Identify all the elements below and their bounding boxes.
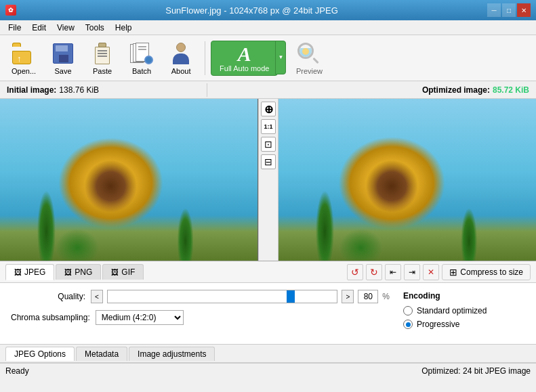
redo-button[interactable]: ↻ bbox=[366, 264, 382, 280]
full-auto-button[interactable]: A Full Auto mode bbox=[211, 41, 278, 76]
quality-thumb[interactable] bbox=[287, 290, 295, 303]
quality-max-button[interactable]: > bbox=[342, 290, 354, 303]
png-tab-label: PNG bbox=[75, 267, 92, 277]
paste-button[interactable]: Paste bbox=[84, 38, 121, 79]
flip-h-icon: ⇤ bbox=[390, 267, 396, 277]
save-button[interactable]: Save bbox=[45, 38, 81, 79]
info-bar: Initial image: 138.76 KiB Optimized imag… bbox=[0, 81, 536, 99]
image-adjustments-tab-label: Image adjustments bbox=[138, 349, 206, 359]
chroma-label: Chroma subsampling: bbox=[11, 313, 90, 322]
zoom-fit-icon: ⊡ bbox=[264, 139, 272, 150]
flip-v-button[interactable]: ⇥ bbox=[404, 264, 420, 280]
jpeg-tab-icon: 🖼 bbox=[14, 268, 22, 276]
menu-view[interactable]: View bbox=[51, 22, 80, 34]
tab-gif[interactable]: 🖼 GIF bbox=[102, 264, 144, 280]
about-icon bbox=[169, 41, 193, 66]
tab-jpeg[interactable]: 🖼 JPEG bbox=[5, 264, 54, 280]
batch-button[interactable]: Batch bbox=[123, 38, 160, 79]
about-label: About bbox=[171, 67, 191, 75]
original-image bbox=[0, 99, 257, 261]
full-auto-group: A Full Auto mode ▼ bbox=[211, 41, 286, 76]
quality-label: Quality: bbox=[11, 292, 85, 301]
encoding-label: Encoding bbox=[403, 291, 525, 301]
full-auto-icon: A bbox=[238, 44, 251, 64]
gif-tab-icon: 🖼 bbox=[111, 268, 119, 276]
toolbar-separator bbox=[205, 41, 205, 75]
standard-radio[interactable] bbox=[403, 306, 413, 315]
toolbar: ↑ Open... Save bbox=[0, 35, 536, 81]
compress-icon: ⊞ bbox=[449, 267, 457, 278]
open-label: Open... bbox=[12, 67, 36, 75]
compress-label: Compress to size bbox=[460, 267, 523, 277]
optimized-size: 85.72 KiB bbox=[493, 85, 529, 95]
tab-jpeg-options[interactable]: JPEG Options bbox=[5, 347, 75, 361]
batch-label: Batch bbox=[132, 67, 151, 75]
zoom-1to1-button[interactable]: 1:1 bbox=[261, 119, 276, 134]
png-tab-icon: 🖼 bbox=[64, 268, 72, 276]
window-controls: ─ □ ✕ bbox=[487, 3, 531, 17]
image-area: ⊕ 1:1 ⊡ ⊟ bbox=[0, 99, 536, 261]
gif-tab-label: GIF bbox=[121, 267, 135, 277]
menu-edit[interactable]: Edit bbox=[26, 22, 51, 34]
tab-image-adjustments[interactable]: Image adjustments bbox=[129, 347, 215, 361]
redo-icon: ↻ bbox=[370, 267, 378, 278]
standard-label: Standard optimized bbox=[417, 306, 487, 315]
options-left-panel: Quality: < > 80 % Chroma subsampling: Me… bbox=[11, 290, 390, 325]
metadata-tab-label: Metadata bbox=[85, 349, 119, 359]
initial-label: Initial image: bbox=[7, 85, 56, 95]
status-optimized-info: Optimized: 24 bit JPEG image bbox=[421, 366, 531, 376]
about-button[interactable]: About bbox=[163, 38, 199, 79]
progressive-row[interactable]: Progressive bbox=[403, 320, 525, 329]
quality-max-icon: > bbox=[346, 293, 350, 301]
original-image-panel bbox=[0, 99, 258, 261]
quality-min-button[interactable]: < bbox=[91, 290, 103, 303]
encoding-panel: Encoding Standard optimized Progressive bbox=[403, 290, 525, 329]
menu-file[interactable]: File bbox=[3, 22, 26, 34]
flip-h-button[interactable]: ⇤ bbox=[385, 264, 401, 280]
standard-optimized-row[interactable]: Standard optimized bbox=[403, 306, 525, 315]
dropdown-arrow-icon: ▼ bbox=[278, 54, 283, 60]
menu-help[interactable]: Help bbox=[110, 22, 138, 34]
save-icon bbox=[51, 41, 75, 66]
action-buttons-group: ↺ ↻ ⇤ ⇥ ✕ ⊞ Compress to size bbox=[347, 264, 531, 280]
status-bar: Ready Optimized: 24 bit JPEG image bbox=[0, 363, 536, 378]
zoom-fit-button[interactable]: ⊡ bbox=[261, 137, 276, 152]
optimized-label: Optimized image: bbox=[422, 85, 490, 95]
initial-size: 138.76 KiB bbox=[59, 85, 99, 95]
bottom-tabs-bar: JPEG Options Metadata Image adjustments bbox=[0, 344, 536, 363]
tab-png[interactable]: 🖼 PNG bbox=[56, 264, 101, 280]
preview-button[interactable]: Preview bbox=[289, 39, 329, 78]
zoom-out-icon: ⊟ bbox=[264, 156, 272, 167]
tab-metadata[interactable]: Metadata bbox=[76, 347, 127, 361]
open-button[interactable]: ↑ Open... bbox=[5, 38, 42, 79]
chroma-row: Chroma subsampling: Medium (4:2:0) High … bbox=[11, 310, 390, 325]
quality-slider-container: < > 80 % bbox=[91, 290, 390, 303]
maximize-button[interactable]: □ bbox=[502, 3, 516, 17]
paste-label: Paste bbox=[93, 67, 112, 75]
progressive-label: Progressive bbox=[417, 320, 459, 329]
save-label: Save bbox=[55, 67, 72, 75]
delete-button[interactable]: ✕ bbox=[423, 264, 439, 280]
options-area: Quality: < > 80 % Chroma subsampling: Me… bbox=[0, 283, 536, 344]
quality-percent: % bbox=[382, 292, 390, 301]
full-auto-dropdown[interactable]: ▼ bbox=[275, 41, 286, 74]
progressive-radio[interactable] bbox=[403, 320, 413, 329]
format-tabs-bar: 🖼 JPEG 🖼 PNG 🖼 GIF ↺ ↻ ⇤ ⇥ ✕ ⊞ Compress … bbox=[0, 261, 536, 283]
quality-min-icon: < bbox=[95, 293, 99, 301]
close-button[interactable]: ✕ bbox=[517, 3, 531, 17]
minimize-button[interactable]: ─ bbox=[487, 3, 501, 17]
undo-button[interactable]: ↺ bbox=[347, 264, 363, 280]
quality-slider[interactable] bbox=[107, 290, 337, 303]
optimized-image-panel bbox=[279, 99, 536, 261]
preview-icon bbox=[297, 41, 321, 66]
zoom-in-button[interactable]: ⊕ bbox=[261, 102, 276, 116]
chroma-select[interactable]: Medium (4:2:0) High (4:4:4) Low (4:1:1) bbox=[96, 310, 184, 325]
menu-tools[interactable]: Tools bbox=[80, 22, 110, 34]
jpeg-tab-label: JPEG bbox=[24, 267, 45, 277]
quality-value[interactable]: 80 bbox=[358, 290, 378, 303]
zoom-in-icon: ⊕ bbox=[264, 103, 273, 116]
compress-to-size-button[interactable]: ⊞ Compress to size bbox=[442, 264, 531, 280]
zoom-out-button[interactable]: ⊟ bbox=[261, 154, 276, 169]
status-ready: Ready bbox=[5, 366, 29, 376]
delete-icon: ✕ bbox=[428, 267, 434, 277]
